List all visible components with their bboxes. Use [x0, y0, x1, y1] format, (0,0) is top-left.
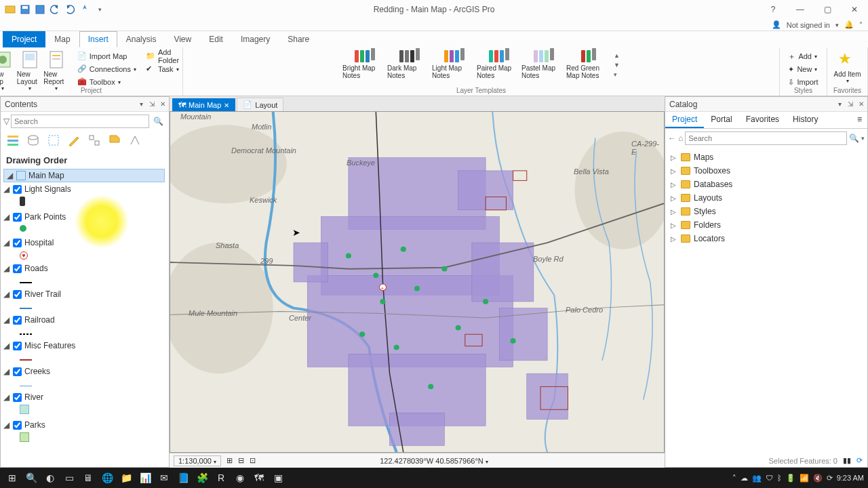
expand-icon[interactable]: ◢ [3, 184, 10, 194]
doc-tab-layout[interactable]: 📄Layout [237, 98, 283, 111]
pane-close-icon[interactable]: ✕ [158, 100, 167, 109]
arcgis-icon[interactable]: 🗺 [250, 468, 269, 487]
cortana-icon[interactable]: ◐ [41, 468, 60, 487]
save-as-icon[interactable] [34, 3, 46, 16]
catalog-menu-hamburger-icon[interactable]: ≡ [852, 112, 867, 128]
doc-tab-main-map[interactable]: 🗺Main Map✕ [172, 98, 235, 111]
qat-dropdown-icon[interactable]: ▾ [94, 3, 106, 16]
layer-visibility-checkbox[interactable] [13, 367, 22, 376]
connections-button[interactable]: 🔗Connections ▾ [73, 63, 140, 75]
revit-icon[interactable]: R [212, 468, 231, 487]
tab-map[interactable]: Map [45, 31, 79, 47]
search-icon[interactable]: 🔍 [151, 117, 166, 126]
app5-icon[interactable]: ▣ [269, 468, 288, 487]
layer-visibility-checkbox[interactable] [13, 239, 22, 247]
catalog-item[interactable]: ▷Databases [669, 178, 863, 191]
expand-icon[interactable]: ◢ [3, 212, 10, 222]
pane-pin-icon[interactable]: ⇲ [147, 100, 157, 109]
tray-up-icon[interactable]: ˄ [732, 474, 736, 483]
lt-down-icon[interactable]: ▼ [614, 62, 620, 68]
lt-dark[interactable]: Dark Map Notes [387, 50, 432, 79]
layer-visibility-checkbox[interactable] [13, 290, 22, 299]
tab-edit[interactable]: Edit [200, 31, 232, 47]
list-by-labeling-icon[interactable] [106, 132, 123, 148]
layer-visibility-checkbox[interactable] [13, 264, 22, 273]
app4-icon[interactable]: ◉ [231, 468, 250, 487]
layer-visibility-checkbox[interactable] [13, 393, 22, 402]
style-new-button[interactable]: ✦New ▾ [784, 63, 822, 75]
expand-icon[interactable]: ▷ [671, 195, 677, 202]
expand-icon[interactable]: ◢ [3, 238, 10, 247]
contents-search-input[interactable] [11, 115, 149, 128]
tray-volume-icon[interactable]: 🔇 [813, 474, 823, 483]
filter-icon[interactable]: ▽ [3, 117, 9, 126]
tray-time[interactable]: 9:23 AM [837, 474, 864, 482]
app3-icon[interactable]: 🧩 [193, 468, 212, 487]
catalog-tree[interactable]: ▷Maps▷Toolboxes▷Databases▷Layouts▷Styles… [665, 148, 867, 248]
list-by-perception-icon[interactable] [127, 132, 143, 148]
add-item-button[interactable]: ★Add Item▾ [833, 50, 862, 84]
tray-people-icon[interactable]: 👥 [752, 474, 762, 483]
catalog-back-icon[interactable]: ← [668, 134, 676, 143]
toc-map-frame[interactable]: ◢Main Map [3, 169, 165, 182]
explore-icon[interactable] [79, 3, 91, 16]
toc-layer[interactable]: ◢Roads [1, 262, 167, 274]
lt-redgreen[interactable]: Red Green Map Notes [566, 50, 611, 79]
pause-drawing-icon[interactable]: ▮▮ [843, 456, 851, 465]
list-by-drawing-icon[interactable] [5, 132, 21, 148]
open-icon[interactable] [4, 3, 16, 16]
layer-visibility-checkbox[interactable] [13, 342, 22, 350]
scale-combo[interactable]: 1:130,000 ▾ [174, 455, 221, 466]
toc-layer[interactable]: ◢Park Points [1, 211, 167, 223]
coordinates[interactable]: 122.4278039°W 40.5857966°N ▾ [380, 457, 488, 465]
app1-icon[interactable]: 🖥 [79, 468, 98, 487]
toc-layer[interactable]: ◢Misc Features [1, 340, 167, 352]
signin-text[interactable]: Not signed in [787, 21, 830, 29]
tab-view[interactable]: View [165, 31, 200, 47]
status-tool-icon[interactable]: ⊞ [226, 456, 233, 465]
taskview-icon[interactable]: ▭ [60, 468, 79, 487]
expand-icon[interactable]: ◢ [3, 264, 10, 273]
minimize-icon[interactable]: — [787, 0, 814, 19]
outlook-icon[interactable]: ✉ [155, 468, 174, 487]
search-taskbar-icon[interactable]: 🔍 [22, 468, 41, 487]
style-add-button[interactable]: ＋Add ▾ [784, 50, 822, 62]
tab-insert[interactable]: Insert [79, 31, 117, 47]
help-icon[interactable]: ? [760, 0, 787, 19]
layer-visibility-checkbox[interactable] [13, 213, 22, 222]
word-icon[interactable]: 📘 [174, 468, 193, 487]
lt-pastel[interactable]: Pastel Map Notes [521, 50, 566, 79]
expand-icon[interactable]: ▷ [671, 222, 677, 229]
catalog-search-menu-icon[interactable]: ▾ [861, 135, 865, 142]
redo-icon[interactable] [64, 3, 76, 16]
expand-icon[interactable]: ◢ [3, 367, 10, 376]
import-map-button[interactable]: 📄Import Map [73, 50, 140, 62]
app2-icon[interactable]: 📊 [136, 468, 155, 487]
undo-icon[interactable] [49, 3, 61, 16]
new-report-button[interactable]: New Report▾ [43, 50, 68, 92]
toc-list[interactable]: ◢Main Map ◢Light Signals◢Park Points◢Hos… [1, 168, 169, 467]
lt-paired[interactable]: Paired Map Notes [477, 50, 521, 79]
toc-layer[interactable]: ◢Parks [1, 419, 167, 431]
toc-layer[interactable]: ◢Creeks [1, 365, 167, 378]
lt-up-icon[interactable]: ▲ [614, 52, 620, 59]
status-tool3-icon[interactable]: ⊡ [250, 456, 256, 465]
new-layout-button[interactable]: New Layout▾ [17, 50, 42, 92]
tab-imagery[interactable]: Imagery [232, 31, 279, 47]
expand-icon[interactable]: ◢ [3, 420, 10, 430]
catalog-tab-history[interactable]: History [786, 112, 825, 128]
maximize-icon[interactable]: ▢ [814, 0, 841, 19]
catalog-item[interactable]: ▷Layouts [669, 191, 863, 205]
close-tab-icon[interactable]: ✕ [224, 102, 229, 109]
catalog-home-icon[interactable]: ⌂ [678, 134, 683, 143]
catalog-item[interactable]: ▷Maps [669, 150, 863, 164]
layer-visibility-checkbox[interactable] [13, 185, 22, 194]
expand-icon[interactable]: ◢ [3, 315, 10, 325]
list-by-source-icon[interactable] [25, 132, 41, 148]
catalog-search-icon[interactable]: 🔍 [849, 134, 859, 143]
tab-project[interactable]: Project [3, 31, 45, 47]
list-by-selection-icon[interactable] [45, 132, 62, 148]
toc-layer[interactable]: ◢River Trail [1, 288, 167, 300]
lt-bright[interactable]: Bright Map Notes [342, 50, 387, 79]
toc-layer[interactable]: ◢Railroad [1, 314, 167, 326]
